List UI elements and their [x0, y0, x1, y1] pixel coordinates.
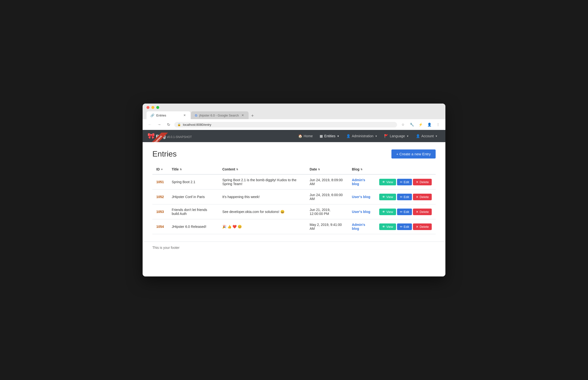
bookmark-button[interactable]: ☆ — [400, 121, 406, 128]
cell-content-1054: 🎉 👍 ❤️ 😊 — [218, 219, 306, 234]
nav-administration[interactable]: 👤 Administration ▼ — [343, 132, 380, 140]
action-buttons-1053: 👁 View ✏ Edit ✕ Delete — [379, 209, 432, 215]
reload-button[interactable]: ↻ — [165, 121, 172, 128]
extension2-button[interactable]: ⚡ — [417, 121, 424, 128]
browser-addressbar: ← → ↻ 🔒 localhost:8080/entry ☆ 🔧 ⚡ 👤 ⋮ — [143, 119, 445, 130]
cell-content-1052: It's happening this week! — [218, 190, 306, 204]
view-button-1054[interactable]: 👁 View — [379, 224, 396, 230]
nav-language[interactable]: 🚩 Language ▼ — [381, 132, 412, 140]
browser-tabs: 🔗 Entries ✕ G jhipster 6.0 - Google Sear… — [147, 111, 441, 119]
minimize-window-button[interactable] — [151, 106, 154, 109]
view-icon-1054: 👁 — [382, 225, 385, 228]
action-buttons-1052: 👁 View ✏ Edit ✕ Delete — [379, 194, 432, 200]
th-content-label: Content — [222, 167, 235, 171]
tab-google-icon: G — [195, 114, 197, 117]
edit-icon-1052: ✏ — [400, 195, 403, 199]
th-id-label: ID — [156, 167, 160, 171]
tab-entries[interactable]: 🔗 Entries ✕ — [147, 111, 190, 119]
view-button-1052[interactable]: 👁 View — [379, 194, 396, 200]
address-text: localhost:8080/entry — [183, 123, 211, 127]
navbar-brand[interactable]: Development 🎀 Blog v0.0.1-SNAPSHOT — [147, 133, 194, 139]
th-title-label: Title — [172, 167, 179, 171]
forward-button[interactable]: → — [156, 121, 163, 128]
edit-button-1054[interactable]: ✏ Edit — [397, 224, 412, 230]
app-footer: This is your footer — [143, 242, 445, 253]
edit-icon-1053: ✏ — [400, 210, 403, 214]
delete-button-1052[interactable]: ✕ Delete — [413, 194, 432, 200]
page-content: Entries + Create a new Entry ID ▼ — [143, 142, 445, 242]
th-title[interactable]: Title ⇅ — [168, 164, 218, 174]
nav-home[interactable]: 🏠 Home — [295, 132, 316, 140]
brand-logo-icon: 🎀 — [147, 133, 155, 139]
th-id[interactable]: ID ▼ — [152, 164, 168, 174]
view-button-1053[interactable]: 👁 View — [379, 209, 396, 215]
cell-date-1053: Jun 21, 2019, 12:00:00 PM — [306, 204, 348, 219]
tab-google-label: jhipster 6.0 - Google Search — [199, 114, 239, 117]
close-window-button[interactable] — [147, 106, 149, 109]
page-title: Entries — [152, 150, 177, 158]
profile-button[interactable]: 👤 — [426, 121, 433, 128]
home-icon: 🏠 — [298, 134, 302, 138]
back-button[interactable]: ← — [147, 121, 153, 128]
tab-entries-icon: 🔗 — [150, 114, 154, 117]
action-buttons-1054: 👁 View ✏ Edit ✕ Delete — [379, 224, 432, 230]
table-row: 1052 JHipster Conf in Paris It's happeni… — [152, 190, 436, 204]
nav-entities-label: Entities — [324, 134, 335, 138]
cell-actions-1054: 👁 View ✏ Edit ✕ Delete — [375, 219, 436, 234]
create-entry-button[interactable]: + Create a new Entry — [391, 150, 436, 158]
new-tab-button[interactable]: + — [249, 112, 256, 119]
maximize-window-button[interactable] — [156, 106, 159, 109]
table-row: 1053 Friends don't let friends build Aut… — [152, 204, 436, 219]
th-content[interactable]: Content ⇅ — [218, 164, 306, 174]
delete-icon-1051: ✕ — [416, 180, 419, 184]
page-header: Entries + Create a new Entry — [152, 150, 436, 158]
tab-google-close[interactable]: ✕ — [241, 113, 245, 117]
cell-actions-1053: 👁 View ✏ Edit ✕ Delete — [375, 204, 436, 219]
tab-entries-label: Entries — [156, 114, 166, 117]
th-blog-label: Blog — [352, 167, 359, 171]
cell-id-1054: 1054 — [152, 219, 168, 234]
table-row: 1051 Spring Boot 2.1 Spring Boot 2.1 is … — [152, 174, 436, 190]
th-date[interactable]: Date ⇅ — [306, 164, 348, 174]
menu-button[interactable]: ⋮ — [435, 121, 441, 128]
sort-title-icon: ⇅ — [180, 168, 182, 171]
edit-button-1051[interactable]: ✏ Edit — [397, 179, 412, 185]
nav-account[interactable]: 👤 Account ▼ — [413, 132, 441, 140]
cell-actions-1051: 👁 View ✏ Edit ✕ Delete — [375, 174, 436, 190]
cell-blog-1051: Admin's blog — [348, 174, 375, 190]
delete-icon-1054: ✕ — [416, 225, 419, 228]
nav-home-label: Home — [304, 134, 313, 138]
address-bar[interactable]: 🔒 localhost:8080/entry — [174, 122, 397, 128]
entities-caret-icon: ▼ — [337, 135, 339, 137]
nav-language-label: Language — [390, 134, 405, 138]
nav-entities[interactable]: ▦ Entities ▼ — [317, 132, 342, 140]
tab-entries-close[interactable]: ✕ — [183, 113, 186, 117]
brand-name: Blog — [156, 134, 165, 139]
delete-button-1051[interactable]: ✕ Delete — [413, 179, 432, 185]
view-icon-1053: 👁 — [382, 210, 385, 214]
edit-icon-1054: ✏ — [400, 225, 403, 228]
cell-blog-1054: Admin's blog — [348, 219, 375, 234]
action-buttons-1051: 👁 View ✏ Edit ✕ Delete — [379, 179, 432, 185]
blog-link-1054[interactable]: Admin's blog — [352, 223, 365, 230]
view-button-1051[interactable]: 👁 View — [379, 179, 396, 185]
account-icon: 👤 — [416, 134, 420, 138]
browser-controls — [147, 106, 441, 109]
delete-button-1053[interactable]: ✕ Delete — [413, 209, 432, 215]
edit-button-1052[interactable]: ✏ Edit — [397, 194, 412, 200]
language-caret-icon: ▼ — [406, 135, 409, 137]
blog-link-1053[interactable]: User's blog — [352, 210, 370, 214]
blog-link-1051[interactable]: Admin's blog — [352, 178, 365, 186]
th-blog[interactable]: Blog ⇅ — [348, 164, 375, 174]
blog-link-1052[interactable]: User's blog — [352, 195, 370, 199]
sort-blog-icon: ⇅ — [360, 168, 362, 171]
cell-actions-1052: 👁 View ✏ Edit ✕ Delete — [375, 190, 436, 204]
cell-title-1051: Spring Boot 2.1 — [168, 174, 218, 190]
table-row: 1054 JHipster 6.0 Released! 🎉 👍 ❤️ 😊 May… — [152, 219, 436, 234]
tab-google[interactable]: G jhipster 6.0 - Google Search ✕ — [191, 111, 249, 119]
edit-button-1053[interactable]: ✏ Edit — [397, 209, 412, 215]
extension1-button[interactable]: 🔧 — [408, 121, 415, 128]
cell-id-1052: 1052 — [152, 190, 168, 204]
delete-button-1054[interactable]: ✕ Delete — [413, 224, 432, 230]
cell-date-1054: May 2, 2019, 9:41:00 AM — [306, 219, 348, 234]
